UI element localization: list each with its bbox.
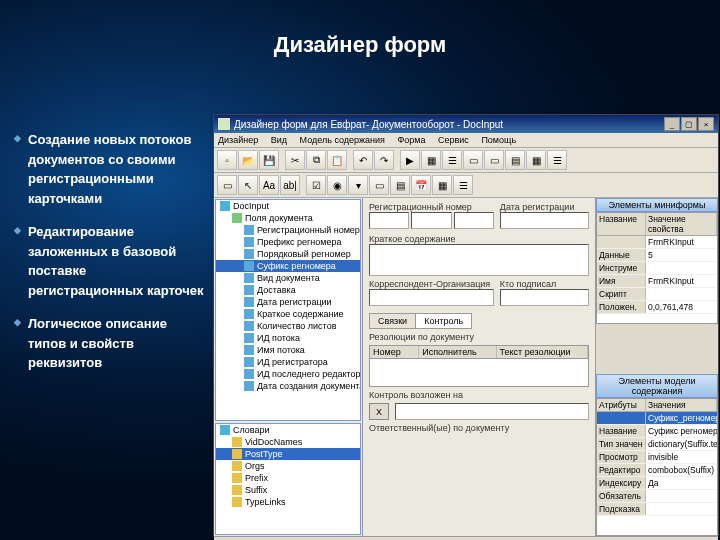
run-icon[interactable]: ▶: [400, 150, 420, 170]
regnum-seq-input[interactable]: [411, 212, 451, 229]
label-icon[interactable]: Aa: [259, 175, 279, 195]
regnum-prefix-input[interactable]: [369, 212, 409, 229]
bullet-list: Создание новых потоков документов со сво…: [14, 130, 204, 387]
form-icon[interactable]: ☰: [547, 150, 567, 170]
tree-item[interactable]: Количество листов: [216, 320, 360, 332]
tree-item[interactable]: Дата создания документа: [216, 380, 360, 392]
tree-item[interactable]: ИД регистратора: [216, 356, 360, 368]
grid-col[interactable]: Текст резолюции: [497, 346, 588, 358]
paste-icon[interactable]: 📋: [327, 150, 347, 170]
property-row[interactable]: Данные5: [597, 249, 717, 262]
grid-col[interactable]: Исполнитель: [419, 346, 496, 358]
summary-input[interactable]: [369, 244, 589, 276]
maximize-button[interactable]: ▢: [681, 117, 697, 131]
tab-control[interactable]: Контроль: [416, 313, 472, 329]
pointer-icon[interactable]: ▭: [217, 175, 237, 195]
fields-tree[interactable]: DocInputПоля документаРегистрационный но…: [215, 199, 361, 421]
tabs: Связки Контроль: [369, 313, 589, 329]
new-icon[interactable]: ▫: [217, 150, 237, 170]
tree-item[interactable]: Вид документа: [216, 272, 360, 284]
regdate-input[interactable]: [500, 212, 589, 229]
property-row[interactable]: Обязатель: [597, 490, 717, 503]
bullet-item: Создание новых потоков документов со сво…: [14, 130, 204, 208]
property-row[interactable]: Подсказка: [597, 503, 717, 516]
tree-item[interactable]: ИД потока: [216, 332, 360, 344]
window-buttons: _ ▢ ×: [664, 117, 714, 131]
miniform-props[interactable]: НазваниеЗначение свойстваFrmRKInputДанны…: [596, 212, 718, 324]
titlebar[interactable]: Дизайнер форм для Евфрат- Документооборо…: [214, 115, 718, 133]
property-row[interactable]: FrmRKInput: [597, 236, 717, 249]
form-icon[interactable]: ▤: [505, 150, 525, 170]
signed-input[interactable]: [500, 289, 589, 306]
minimize-button[interactable]: _: [664, 117, 680, 131]
form-icon[interactable]: ▭: [484, 150, 504, 170]
redo-icon[interactable]: ↷: [374, 150, 394, 170]
open-icon[interactable]: 📂: [238, 150, 258, 170]
property-row[interactable]: Суфикс_регномера: [597, 412, 717, 425]
property-row[interactable]: Инструме: [597, 262, 717, 275]
property-row[interactable]: Скрипт: [597, 288, 717, 301]
tree-item[interactable]: Prefix: [216, 472, 360, 484]
save-icon[interactable]: 💾: [259, 150, 279, 170]
property-row[interactable]: Тип значенdictionary(Suffix.text): [597, 438, 717, 451]
copy-icon[interactable]: ⧉: [306, 150, 326, 170]
panel-icon[interactable]: ▭: [369, 175, 389, 195]
tree-item[interactable]: VidDocNames: [216, 436, 360, 448]
tree-item[interactable]: Suffix: [216, 484, 360, 496]
tree-item[interactable]: Краткое содержание: [216, 308, 360, 320]
property-row[interactable]: НазваниеСуфикс регномера: [597, 425, 717, 438]
resolutions-grid[interactable]: Номер Исполнитель Текст резолюции: [369, 345, 589, 387]
tree-item[interactable]: Дата регистрации: [216, 296, 360, 308]
menu-item[interactable]: Форма: [397, 135, 425, 145]
property-row[interactable]: Положен.0,0,761,478: [597, 301, 717, 314]
menu-item[interactable]: Помощь: [481, 135, 516, 145]
property-row[interactable]: Просмотрinvisible: [597, 451, 717, 464]
signed-label: Кто подписал: [500, 279, 589, 289]
grid2-icon[interactable]: ▦: [432, 175, 452, 195]
textbox-icon[interactable]: ab|: [280, 175, 300, 195]
grid-col[interactable]: Номер: [370, 346, 419, 358]
clear-control-button[interactable]: X: [369, 403, 389, 420]
menu-bar[interactable]: Дизайнер Вид Модель содержания Форма Сер…: [214, 133, 718, 148]
miniform-pane-title: Элементы миниформы: [596, 198, 718, 212]
tree-item[interactable]: Доставка: [216, 284, 360, 296]
tree-item[interactable]: ИД последнего редактора: [216, 368, 360, 380]
corr-input[interactable]: [369, 289, 494, 306]
close-button[interactable]: ×: [698, 117, 714, 131]
property-row[interactable]: Редактироcombobox(Suffix): [597, 464, 717, 477]
tree-item[interactable]: Префикс регномера: [216, 236, 360, 248]
calendar-icon[interactable]: 📅: [411, 175, 431, 195]
regnum-suffix-input[interactable]: [454, 212, 494, 229]
cursor-icon[interactable]: ↖: [238, 175, 258, 195]
control-on-input[interactable]: [395, 403, 589, 420]
property-row[interactable]: ИндексируДа: [597, 477, 717, 490]
checkbox-icon[interactable]: ☑: [306, 175, 326, 195]
combo-icon[interactable]: ▾: [348, 175, 368, 195]
tree-item[interactable]: Порядковый регномер: [216, 248, 360, 260]
model-props[interactable]: АтрибутыЗначенияСуфикс_регномераНазвание…: [596, 398, 718, 536]
cut-icon[interactable]: ✂: [285, 150, 305, 170]
menu-item[interactable]: Вид: [271, 135, 287, 145]
list-icon[interactable]: ☰: [453, 175, 473, 195]
radio-icon[interactable]: ◉: [327, 175, 347, 195]
menu-item[interactable]: Дизайнер: [218, 135, 258, 145]
dict-tree[interactable]: СловариVidDocNamesPostTypeOrgsPrefixSuff…: [215, 423, 361, 535]
menu-item[interactable]: Сервис: [438, 135, 469, 145]
props-icon[interactable]: ☰: [442, 150, 462, 170]
tree-item[interactable]: PostType: [216, 448, 360, 460]
table-icon[interactable]: ▤: [390, 175, 410, 195]
tree-item[interactable]: Суфикс регномера: [216, 260, 360, 272]
regnum-label: Регистрационный номер: [369, 202, 494, 212]
tab-links[interactable]: Связки: [369, 313, 416, 329]
tree-item[interactable]: Регистрационный номер: [216, 224, 360, 236]
grid-icon[interactable]: ▦: [421, 150, 441, 170]
tree-item[interactable]: Имя потока: [216, 344, 360, 356]
property-row[interactable]: ИмяFrmRKInput: [597, 275, 717, 288]
form-canvas[interactable]: Регистрационный номер Дата регистрации К…: [363, 198, 596, 536]
tree-item[interactable]: TypeLinks: [216, 496, 360, 508]
form-icon[interactable]: ▦: [526, 150, 546, 170]
menu-item[interactable]: Модель содержания: [300, 135, 385, 145]
tree-item[interactable]: Orgs: [216, 460, 360, 472]
undo-icon[interactable]: ↶: [353, 150, 373, 170]
form-icon[interactable]: ▭: [463, 150, 483, 170]
